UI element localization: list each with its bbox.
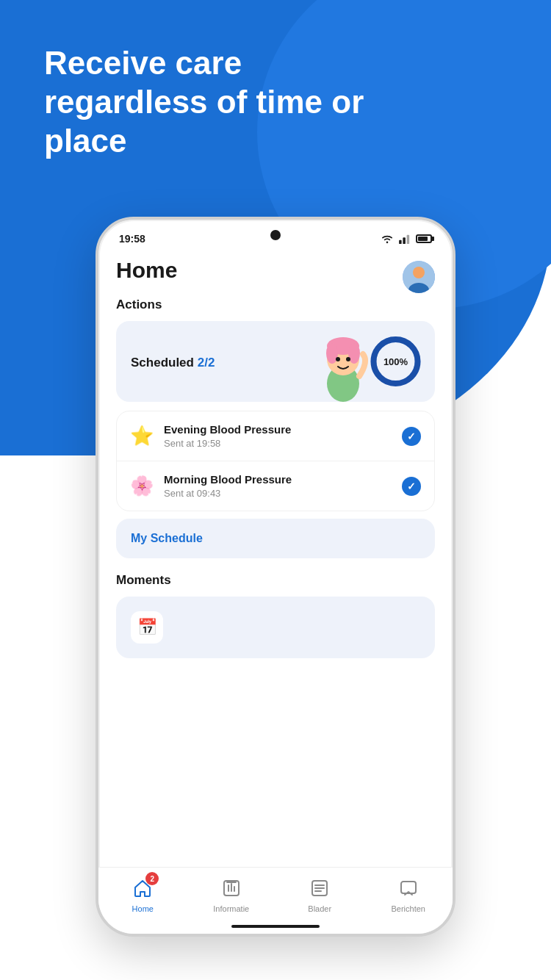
moments-label: Moments bbox=[116, 573, 435, 588]
berichten-nav-label: Berichten bbox=[392, 904, 425, 913]
progress-donut: 100% bbox=[368, 334, 423, 389]
screen-content: Home Actions Scheduled 2/2 bbox=[98, 251, 453, 670]
profile-avatar[interactable] bbox=[403, 261, 435, 293]
task-list: ⭐ Evening Blood Pressure Sent at 19:58 ✓… bbox=[116, 411, 435, 511]
character-illustration bbox=[310, 328, 376, 402]
evening-task-name: Evening Blood Pressure bbox=[164, 423, 392, 436]
home-nav-label: Home bbox=[132, 904, 154, 913]
home-badge: 2 bbox=[145, 872, 159, 885]
berichten-icon bbox=[399, 879, 418, 898]
home-bar bbox=[231, 925, 320, 928]
hero-text: Receive care regardless of time or place bbox=[44, 44, 397, 160]
signal-icon bbox=[398, 234, 411, 244]
blader-icon-container bbox=[306, 875, 333, 901]
nav-item-berichten[interactable]: Berichten bbox=[383, 875, 434, 913]
svg-rect-0 bbox=[399, 240, 402, 244]
svg-point-11 bbox=[336, 357, 340, 361]
phone-wrapper: 19:58 bbox=[96, 217, 455, 937]
morning-task-info: Morning Blood Pressure Sent at 09:43 bbox=[164, 473, 392, 499]
svg-rect-1 bbox=[403, 237, 406, 244]
evening-task-check: ✓ bbox=[402, 427, 421, 446]
actions-card: Scheduled 2/2 bbox=[116, 321, 435, 402]
scheduled-fraction: 2/2 bbox=[198, 356, 215, 370]
checkmark-icon: ✓ bbox=[407, 430, 416, 442]
home-icon-container: 2 bbox=[129, 875, 156, 901]
svg-rect-2 bbox=[407, 235, 410, 244]
evening-task-info: Evening Blood Pressure Sent at 19:58 bbox=[164, 423, 392, 449]
camera-notch bbox=[270, 230, 281, 240]
status-time: 19:58 bbox=[119, 233, 145, 245]
checkmark-icon-2: ✓ bbox=[407, 480, 416, 492]
berichten-icon-container bbox=[395, 875, 422, 901]
evening-task-time: Sent at 19:58 bbox=[164, 438, 392, 449]
status-icons bbox=[381, 234, 432, 244]
task-item-morning[interactable]: 🌸 Morning Blood Pressure Sent at 09:43 ✓ bbox=[117, 461, 434, 511]
informatie-icon bbox=[222, 879, 241, 898]
calendar-icon: 📅 bbox=[131, 611, 163, 644]
svg-point-4 bbox=[413, 267, 425, 278]
moments-section: Moments 📅 bbox=[116, 573, 435, 658]
informatie-nav-label: Informatie bbox=[213, 904, 249, 913]
my-schedule-card[interactable]: My Schedule bbox=[116, 519, 435, 558]
actions-label: Actions bbox=[116, 298, 435, 312]
task-item-evening[interactable]: ⭐ Evening Blood Pressure Sent at 19:58 ✓ bbox=[117, 411, 434, 461]
morning-task-check: ✓ bbox=[402, 477, 421, 496]
nav-item-home[interactable]: 2 Home bbox=[117, 875, 168, 913]
page-title: Home bbox=[116, 258, 435, 283]
scheduled-text: Scheduled 2/2 bbox=[131, 356, 215, 370]
moments-card: 📅 bbox=[116, 597, 435, 658]
morning-task-time: Sent at 09:43 bbox=[164, 488, 392, 499]
phone-frame: 19:58 bbox=[96, 217, 455, 937]
blader-nav-label: Blader bbox=[308, 904, 331, 913]
morning-task-name: Morning Blood Pressure bbox=[164, 473, 392, 486]
evening-task-icon: ⭐ bbox=[130, 425, 154, 447]
wifi-icon bbox=[381, 234, 394, 244]
informatie-icon-container bbox=[218, 875, 245, 901]
nav-item-informatie[interactable]: Informatie bbox=[206, 875, 257, 913]
svg-point-12 bbox=[346, 357, 350, 361]
nav-item-blader[interactable]: Blader bbox=[294, 875, 345, 913]
blader-icon bbox=[310, 879, 329, 898]
battery-icon bbox=[416, 234, 432, 243]
my-schedule-link[interactable]: My Schedule bbox=[131, 532, 203, 544]
svg-text:100%: 100% bbox=[383, 356, 408, 367]
morning-task-icon: 🌸 bbox=[130, 475, 154, 497]
bottom-nav: 2 Home Informatie bbox=[98, 867, 453, 934]
